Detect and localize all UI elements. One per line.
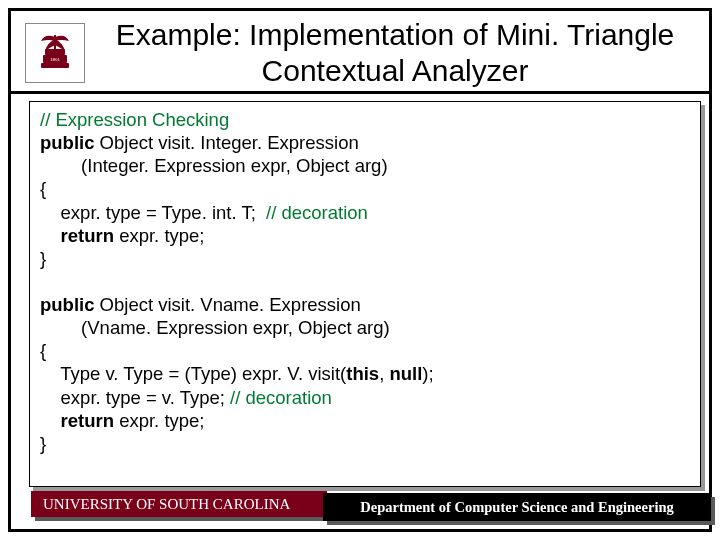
code-text: , [379,363,389,384]
keyword-return: return [40,410,114,431]
keyword-this: this [346,363,379,384]
keyword-null: null [389,363,422,384]
code-text: ); [422,363,433,384]
code-text: { [40,340,46,361]
code-text: } [40,248,46,269]
svg-rect-2 [41,63,69,68]
footer-department: Department of Computer Science and Engin… [323,493,711,521]
code-text: expr. type; [114,225,205,246]
code-text: Type v. Type = (Type) expr. V. visit( [40,363,346,384]
code-text: expr. type = v. Type; [40,387,230,408]
code-comment: // decoration [230,387,332,408]
code-comment: // decoration [266,202,368,223]
svg-text:1801: 1801 [50,57,61,62]
keyword-public: public [40,132,94,153]
footer-university: UNIVERSITY OF SOUTH CAROLINA [31,491,327,517]
code-text: expr. type; [114,410,205,431]
university-logo: 1801 [25,23,85,83]
slide-title: Example: Implementation of Mini. Triangl… [91,17,699,89]
code-text: (Integer. Expression expr, Object arg) [40,155,388,176]
slide-frame: 1801 Example: Implementation of Mini. Tr… [8,8,712,532]
code-text: (Vname. Expression expr, Object arg) [40,317,390,338]
code-text: } [40,433,46,454]
code-text: { [40,178,46,199]
palmetto-logo-icon: 1801 [31,29,79,77]
code-comment: // Expression Checking [40,109,229,130]
title-underline [11,91,709,94]
code-box: // Expression Checking public Object vis… [29,101,701,487]
code-text: Object visit. Vname. Expression [94,294,360,315]
keyword-return: return [40,225,114,246]
svg-rect-0 [45,49,65,55]
code-text: Object visit. Integer. Expression [94,132,358,153]
keyword-public: public [40,294,94,315]
code-text: expr. type = Type. int. T; [40,202,266,223]
code-blank [40,271,45,292]
